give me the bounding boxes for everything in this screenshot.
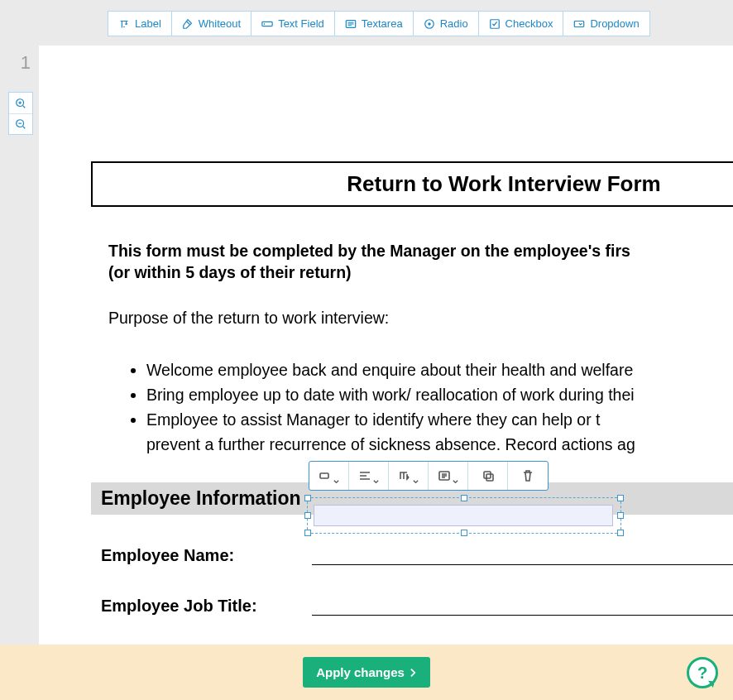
- textfield-icon: [261, 18, 273, 30]
- svg-rect-0: [262, 22, 272, 26]
- apply-changes-banner: Apply changes: [0, 645, 733, 700]
- intro-paragraph: This form must be completed by the Manag…: [108, 240, 733, 284]
- align-button[interactable]: [349, 462, 389, 490]
- purpose-bullets: Welcome employee back and enquire about …: [146, 357, 733, 458]
- checkbox-tool[interactable]: Checkbox: [478, 11, 563, 36]
- resize-handle-tl[interactable]: [304, 495, 311, 501]
- chevron-down-icon: [453, 473, 458, 479]
- field-job-title: Employee Job Title:: [101, 597, 733, 616]
- zoom-out-button[interactable]: [9, 113, 32, 134]
- chevron-down-icon: [373, 473, 379, 479]
- properties-button[interactable]: [429, 462, 468, 490]
- field-employee-name: Employee Name:: [101, 546, 733, 565]
- svg-rect-5: [575, 21, 584, 26]
- dropdown-tool[interactable]: Dropdown: [563, 11, 649, 36]
- help-button[interactable]: ?: [687, 657, 718, 688]
- form-title: Return to Work Interview Form: [93, 171, 733, 197]
- zoom-controls: [8, 92, 33, 135]
- label-icon: [118, 18, 130, 30]
- text-size-button[interactable]: [389, 462, 429, 490]
- purpose-heading: Purpose of the return to work interview:: [108, 309, 733, 328]
- checkbox-icon: [489, 18, 501, 30]
- textfield-tool[interactable]: Text Field: [251, 11, 334, 36]
- chevron-right-icon: [410, 667, 417, 678]
- job-title-line: [312, 614, 733, 616]
- bullet-item: Employee to assist Manager to identify w…: [146, 407, 733, 432]
- svg-rect-10: [484, 472, 491, 478]
- whiteout-icon: [182, 18, 194, 30]
- document-content: Return to Work Interview Form This form …: [39, 46, 733, 700]
- apply-changes-label: Apply changes: [316, 665, 405, 679]
- svg-rect-11: [486, 474, 493, 481]
- zoom-in-button[interactable]: [9, 93, 32, 113]
- label-tool-text: Label: [135, 17, 161, 30]
- help-icon: ?: [697, 664, 707, 683]
- resize-handle-bl[interactable]: [304, 530, 311, 536]
- textarea-tool-text: Textarea: [362, 17, 403, 30]
- label-tool[interactable]: Label: [108, 11, 171, 36]
- resize-handle-tm[interactable]: [461, 495, 467, 501]
- job-title-label: Employee Job Title:: [101, 597, 312, 616]
- employee-name-label: Employee Name:: [101, 546, 312, 565]
- page-gutter: 1: [0, 46, 39, 700]
- bullet-item: prevent a further recurrence of sickness…: [146, 432, 733, 457]
- radio-tool-text: Radio: [440, 17, 468, 30]
- radio-icon: [424, 18, 435, 30]
- duplicate-button[interactable]: [468, 462, 508, 490]
- dropdown-tool-text: Dropdown: [590, 17, 639, 30]
- textarea-tool[interactable]: Textarea: [334, 11, 413, 36]
- whiteout-tool-text: Whiteout: [199, 17, 241, 30]
- intro-line2: (or within 5 days of their return): [108, 261, 733, 283]
- field-type-button[interactable]: [309, 462, 349, 490]
- resize-handle-tr[interactable]: [617, 495, 624, 501]
- title-box: Return to Work Interview Form: [91, 161, 733, 207]
- resize-handle-ml[interactable]: [304, 512, 311, 519]
- chevron-down-icon: [413, 473, 419, 479]
- radio-tool[interactable]: Radio: [413, 11, 478, 36]
- dropdown-icon: [573, 18, 585, 30]
- intro-line1: This form must be completed by the Manag…: [108, 240, 733, 261]
- chevron-down-icon: [333, 473, 339, 479]
- resize-handle-br[interactable]: [617, 530, 624, 536]
- bullet-item: Bring employee up to date with work/ rea…: [146, 382, 733, 407]
- resize-handle-mr[interactable]: [617, 512, 624, 519]
- whiteout-tool[interactable]: Whiteout: [171, 11, 251, 36]
- textfield-tool-text: Text Field: [278, 17, 324, 30]
- svg-point-3: [428, 22, 431, 26]
- field-context-toolbar: [309, 461, 549, 491]
- svg-rect-8: [320, 473, 328, 478]
- selection-bounding-box[interactable]: [307, 497, 621, 534]
- employee-name-line: [312, 563, 733, 565]
- form-field-toolbar: Label Whiteout Text Field Textarea Radio…: [108, 11, 650, 36]
- document-canvas[interactable]: Return to Work Interview Form This form …: [39, 46, 733, 700]
- textarea-icon: [345, 18, 357, 30]
- checkbox-tool-text: Checkbox: [505, 17, 553, 30]
- resize-handle-bm[interactable]: [461, 530, 467, 536]
- apply-changes-button[interactable]: Apply changes: [303, 657, 430, 688]
- bullet-item: Welcome employee back and enquire about …: [146, 357, 733, 382]
- page-number: 1: [0, 46, 39, 74]
- delete-button[interactable]: [508, 462, 548, 490]
